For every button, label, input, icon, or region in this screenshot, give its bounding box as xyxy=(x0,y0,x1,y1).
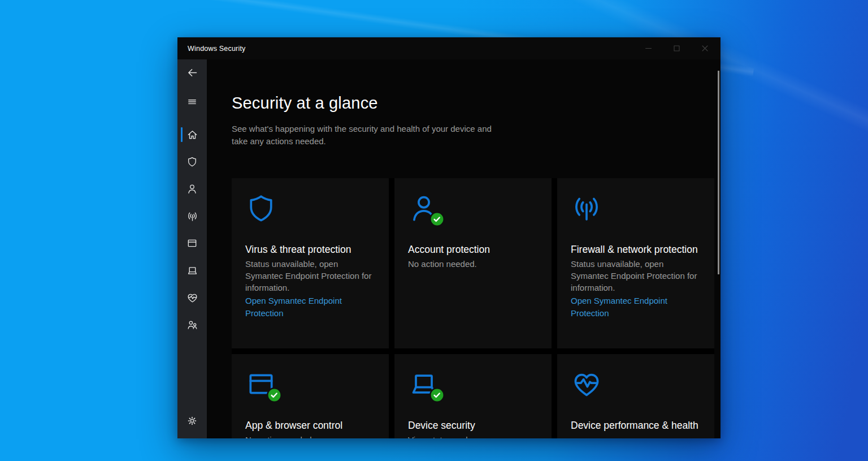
network-antenna-icon xyxy=(571,216,602,226)
check-badge-icon xyxy=(429,212,445,227)
sidebar-item-firewall-network-protection[interactable] xyxy=(177,206,207,226)
sidebar-nav xyxy=(177,124,207,342)
window-title: Windows Security xyxy=(177,45,246,53)
window-body: Security at a glance See what's happenin… xyxy=(177,59,721,438)
sidebar-item-device-performance-health[interactable] xyxy=(177,287,207,308)
tile-virus-threat-protection[interactable]: Virus & threat protectionStatus unavaila… xyxy=(232,178,389,348)
tile-icon-wrap xyxy=(245,368,277,400)
tile-title: Device security xyxy=(408,419,538,432)
sidebar-item-account-protection[interactable] xyxy=(177,179,207,199)
sidebar-item-back[interactable] xyxy=(177,62,207,83)
tile-action-link[interactable]: Open Symantec Endpoint Protection xyxy=(245,295,375,320)
shield-icon xyxy=(186,156,198,167)
tile-status-text: No action needed. xyxy=(245,434,375,438)
tile-status-text: No action needed. xyxy=(408,258,538,270)
tile-title: Account protection xyxy=(408,243,538,256)
window-controls xyxy=(634,37,721,59)
minimize-button[interactable] xyxy=(634,37,662,59)
tile-title: Firewall & network protection xyxy=(571,243,701,256)
main-content: Security at a glance See what's happenin… xyxy=(207,59,721,438)
shield-icon xyxy=(245,216,277,226)
titlebar[interactable]: Windows Security xyxy=(177,37,721,59)
family-icon xyxy=(186,319,198,331)
tile-icon-wrap xyxy=(408,192,440,224)
sidebar-item-settings[interactable] xyxy=(177,411,207,431)
sidebar-item-virus-threat-protection[interactable] xyxy=(177,152,207,172)
close-button[interactable] xyxy=(691,37,719,59)
tile-app-browser-control[interactable]: App & browser controlNo action needed. xyxy=(232,354,389,438)
tile-device-performance-health[interactable]: Device performance & health xyxy=(557,354,714,438)
vertical-scrollbar[interactable] xyxy=(718,71,719,274)
close-icon xyxy=(702,45,708,51)
page-subtitle: See what's happening with the security a… xyxy=(232,123,492,148)
minimize-icon xyxy=(645,45,652,51)
security-tile-grid: Virus & threat protectionStatus unavaila… xyxy=(232,178,714,438)
heart-pulse-icon xyxy=(186,292,198,304)
app-window-icon xyxy=(186,238,198,249)
active-indicator xyxy=(181,127,183,142)
gear-icon xyxy=(186,415,198,426)
tile-title: Device performance & health xyxy=(571,419,701,432)
tile-title: App & browser control xyxy=(245,419,375,432)
sidebar-item-menu[interactable] xyxy=(177,92,207,112)
tile-status-text: Status unavailable, open Symantec Endpoi… xyxy=(571,258,701,294)
arrow-left-icon xyxy=(186,67,198,79)
tile-action-link[interactable]: Open Symantec Endpoint Protection xyxy=(571,295,701,320)
home-icon xyxy=(186,129,198,141)
person-icon xyxy=(186,183,198,195)
windows-security-window: Windows Security Security at a glance Se… xyxy=(177,37,721,438)
check-badge-icon xyxy=(267,387,282,403)
page-title: Security at a glance xyxy=(232,91,721,115)
maximize-button[interactable] xyxy=(662,37,691,59)
tile-title: Virus & threat protection xyxy=(245,243,375,256)
tile-device-security[interactable]: Device securityView status and manage xyxy=(394,354,552,438)
laptop-icon xyxy=(186,265,198,277)
sidebar-item-device-security[interactable] xyxy=(177,260,207,281)
sidebar-item-family-options[interactable] xyxy=(177,314,207,335)
sidebar-item-app-browser-control[interactable] xyxy=(177,233,207,253)
tile-icon-wrap xyxy=(571,368,602,400)
sidebar xyxy=(177,59,207,438)
sidebar-item-home[interactable] xyxy=(177,124,207,145)
tile-firewall-network-protection[interactable]: Firewall & network protectionStatus unav… xyxy=(557,178,714,348)
tile-status-text: Status unavailable, open Symantec Endpoi… xyxy=(245,258,375,294)
tile-icon-wrap xyxy=(571,192,602,224)
tile-account-protection[interactable]: Account protectionNo action needed. xyxy=(394,178,552,348)
network-antenna-icon xyxy=(186,210,198,222)
tile-icon-wrap xyxy=(245,192,277,224)
hamburger-menu-icon xyxy=(186,96,198,107)
maximize-icon xyxy=(674,45,680,51)
heart-pulse-icon xyxy=(571,392,602,402)
tile-status-text: View status and manage xyxy=(408,434,538,438)
tile-icon-wrap xyxy=(408,368,440,400)
check-badge-icon xyxy=(429,387,445,403)
